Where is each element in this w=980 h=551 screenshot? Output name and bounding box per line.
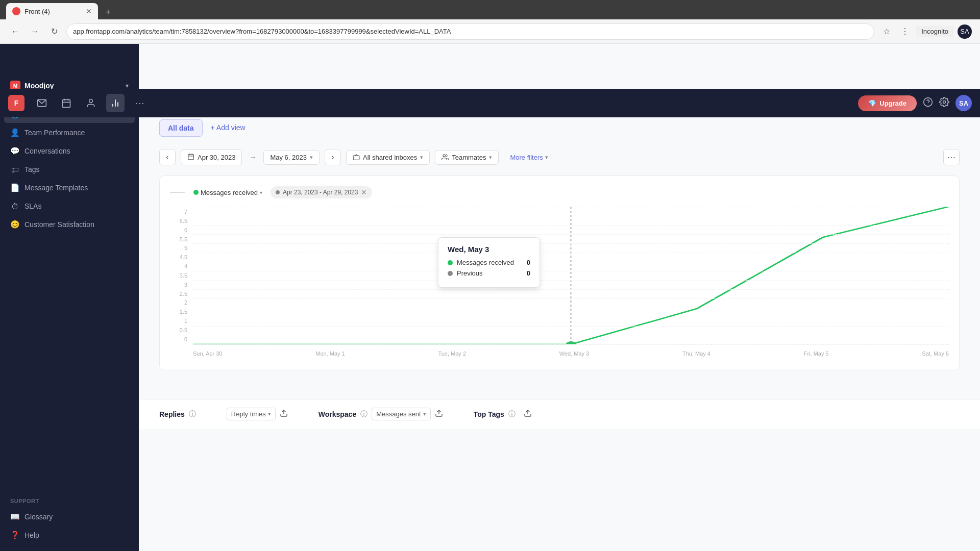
metric-workspace-label: Workspace [318, 410, 356, 418]
series-selector[interactable]: Messages received ▾ [193, 189, 262, 196]
metric-workspace: Workspace ⓘ Messages sent ▾ [318, 408, 443, 420]
grid-line-6-5 [193, 216, 949, 216]
comparison-close-button[interactable]: ✕ [361, 188, 367, 196]
message-templates-icon: 📄 [10, 183, 19, 192]
metric-top-tags: Top Tags ⓘ [474, 409, 532, 419]
teammates-filter[interactable]: Teammates ▾ [435, 150, 499, 165]
upgrade-button[interactable]: 💎 Upgrade [858, 95, 917, 111]
sidebar-label-conversations: Conversations [24, 147, 70, 155]
analytics-icon[interactable] [106, 94, 125, 112]
chart-tooltip: Wed, May 3 Messages received 0 Previous … [438, 237, 540, 288]
metric-workspace-info-icon[interactable]: ⓘ [360, 410, 368, 419]
app-topbar: F ⋯ 💎 Upgrade [0, 89, 980, 117]
metric-replies-info-icon[interactable]: ⓘ [189, 410, 196, 419]
chart-svg [193, 207, 949, 344]
add-view-label: + Add view [211, 123, 246, 132]
date-prev-button[interactable]: ‹ [159, 149, 176, 165]
grid-line-0 [193, 344, 949, 345]
workspace-export-icon[interactable] [435, 409, 443, 419]
sidebar-label-customer-satisfaction: Customer Satisfaction [24, 220, 94, 229]
user-avatar[interactable]: SA [955, 95, 972, 111]
tooltip-value-messages: 0 [527, 259, 530, 266]
inbox-filter-value: All shared inboxes [363, 154, 417, 161]
grid-line-5 [193, 243, 949, 244]
tab-favicon [12, 7, 20, 15]
conversations-icon: 💬 [10, 146, 19, 156]
sidebar-item-conversations[interactable]: 💬 Conversations [4, 142, 135, 160]
address-bar[interactable]: app.frontapp.com/analytics/team/tim:7858… [66, 23, 874, 40]
sidebar-item-message-templates[interactable]: 📄 Message Templates [4, 179, 135, 196]
more-filters-label: More filters [510, 154, 543, 161]
date-next-button[interactable]: › [325, 149, 341, 165]
teammates-filter-value: Teammates [452, 154, 486, 161]
sidebar-item-customer-satisfaction[interactable]: 😊 Customer Satisfaction [4, 216, 135, 233]
y-label-6: 6 [170, 227, 190, 233]
metric-top-tags-info-icon[interactable]: ⓘ [508, 410, 516, 419]
more-apps-icon[interactable]: ⋯ [131, 94, 149, 112]
back-button[interactable]: ← [8, 24, 22, 39]
reply-times-export-icon[interactable] [280, 409, 288, 419]
comparison-range-value: Apr 23, 2023 - Apr 29, 2023 [283, 189, 358, 196]
browser-nav-bar: ← → ↻ app.frontapp.com/analytics/team/ti… [0, 19, 980, 44]
teammates-chevron-icon: ▾ [489, 154, 492, 161]
reply-times-dropdown[interactable]: Reply times ▾ [227, 408, 276, 420]
settings-button[interactable] [939, 97, 949, 110]
y-label-2-5: 2.5 [170, 291, 190, 297]
chart-legend: Messages received ▾ Apr 23, 2023 - Apr 2… [170, 186, 949, 198]
date-from-picker[interactable]: Apr 30, 2023 [181, 149, 242, 165]
date-arrow-icon: → [247, 153, 258, 161]
chart-options-button[interactable]: ⋯ [943, 149, 960, 165]
tooltip-row-messages: Messages received 0 [448, 259, 530, 266]
workspace-chevron-icon: ▾ [423, 411, 426, 417]
sidebar-item-slas[interactable]: ⏱ SLAs [4, 197, 135, 215]
contacts-icon[interactable] [82, 94, 100, 112]
top-tags-export-icon[interactable] [524, 409, 532, 419]
x-label-may1: Mon, May 1 [315, 350, 345, 357]
workspace-dropdown[interactable]: Messages sent ▾ [372, 408, 430, 420]
sidebar-item-tags[interactable]: 🏷 Tags [4, 161, 135, 178]
tooltip-row-previous: Previous 0 [448, 269, 530, 277]
sidebar-item-help[interactable]: ❓ Help [4, 527, 135, 544]
browser-menu-icon[interactable]: ⋮ [898, 24, 912, 39]
nav-actions: ☆ ⋮ Incognito SA [879, 24, 972, 39]
forward-button[interactable]: → [28, 24, 42, 39]
reload-button[interactable]: ↻ [47, 24, 61, 39]
sidebar-nav: 🌐 Overview 👤 Team Performance 💬 Conversa… [0, 99, 139, 490]
grid-line-3-5 [193, 271, 949, 271]
inbox-filter[interactable]: All shared inboxes ▾ [346, 150, 430, 165]
sidebar-item-glossary[interactable]: 📖 Glossary [4, 508, 135, 525]
main-inner: Overview Last updated 4 minutes ago Edit… [139, 72, 980, 399]
calendar-icon [187, 153, 194, 162]
workspace-chevron-icon[interactable]: ▾ [126, 82, 129, 89]
date-to-value: May 6, 2023 [270, 154, 307, 161]
new-tab-button[interactable]: + [101, 5, 115, 19]
support-section-label: Support [0, 490, 139, 508]
svg-point-17 [443, 155, 446, 157]
calendar-icon[interactable] [57, 94, 76, 112]
chart-area: Wed, May 3 Messages received 0 Previous … [193, 207, 949, 344]
more-filters-button[interactable]: More filters ▾ [504, 151, 554, 164]
tab-close-button[interactable]: ✕ [86, 7, 92, 15]
help-button[interactable] [923, 97, 933, 110]
team-performance-icon: 👤 [10, 128, 19, 137]
sidebar-item-team-performance[interactable]: 👤 Team Performance [4, 124, 135, 141]
browser-tab[interactable]: Front (4) ✕ [6, 3, 98, 19]
inbox-icon[interactable] [33, 94, 51, 112]
profile-button[interactable]: SA [958, 24, 972, 39]
teammates-filter-icon [442, 154, 449, 161]
x-label-may2: Tue, May 2 [438, 350, 466, 357]
grid-line-5-5 [193, 234, 949, 235]
inbox-filter-icon [353, 154, 360, 161]
grid-line-6 [193, 225, 949, 226]
y-label-6-5: 6.5 [170, 218, 190, 224]
bookmark-icon[interactable]: ☆ [879, 24, 894, 39]
browser-tab-bar: Front (4) ✕ + [0, 0, 980, 19]
add-view-button[interactable]: + Add view [205, 119, 252, 137]
y-label-7: 7 [170, 209, 190, 215]
grid-line-4-5 [193, 253, 949, 253]
tooltip-dot-previous [448, 271, 453, 276]
tab-all-data[interactable]: All data [159, 119, 203, 137]
filter-bar: ‹ Apr 30, 2023 → May 6, 2023 ▾ › All sha… [159, 149, 960, 165]
customer-satisfaction-icon: 😊 [10, 220, 19, 229]
date-to-picker[interactable]: May 6, 2023 ▾ [263, 150, 320, 165]
